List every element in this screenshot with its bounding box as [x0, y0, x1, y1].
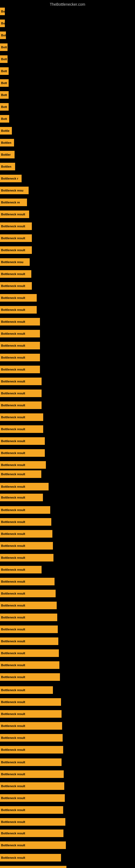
bar-label-1: Bo: [0, 20, 5, 27]
bar-label-40: Bottleneck result: [0, 483, 49, 490]
bar-row-48: Bottleneck result: [0, 578, 54, 585]
bar-row-47: Bottleneck result: [0, 566, 42, 574]
bar-label-8: Bott: [0, 103, 9, 111]
bar-row-19: Bottleneck result: [0, 235, 32, 242]
bar-row-71: Bottleneck result: [0, 854, 61, 862]
bar-row-12: Bottler: [0, 151, 14, 158]
bar-label-24: Bottleneck result: [0, 294, 37, 302]
bar-row-14: Bottleneck r: [0, 175, 21, 182]
bar-row-34: Bottleneck result: [0, 413, 43, 421]
bar-row-1: Bo: [0, 20, 5, 27]
bar-label-69: Bottleneck result: [0, 830, 63, 837]
bar-label-14: Bottleneck r: [0, 175, 21, 182]
bar-label-0: Bo: [0, 8, 5, 15]
bar-row-31: Bottleneck result: [0, 378, 42, 385]
bar-label-44: Bottleneck result: [0, 530, 52, 538]
bar-row-29: Bottleneck result: [0, 354, 40, 361]
bar-row-68: Bottleneck result: [0, 818, 65, 826]
bar-row-69: Bottleneck result: [0, 830, 63, 837]
bar-label-26: Bottleneck result: [0, 318, 40, 326]
bar-label-21: Bottleneck resu: [0, 258, 30, 266]
bar-label-28: Bottleneck result: [0, 342, 40, 349]
bar-row-52: Bottleneck result: [0, 625, 58, 633]
bar-row-51: Bottleneck result: [0, 614, 57, 621]
bar-row-66: Bottleneck result: [0, 794, 65, 802]
bar-label-46: Bottleneck result: [0, 554, 53, 561]
bar-label-54: Bottleneck result: [0, 649, 59, 657]
bar-label-65: Bottleneck result: [0, 782, 64, 790]
bar-row-15: Bottleneck resu: [0, 187, 29, 194]
bar-row-54: Bottleneck result: [0, 649, 59, 657]
bar-label-22: Bottleneck result: [0, 270, 31, 278]
bar-label-56: Bottleneck result: [0, 673, 60, 681]
bar-label-2: Bot: [0, 31, 6, 39]
bar-label-7: Bott: [0, 91, 9, 99]
bar-label-15: Bottleneck resu: [0, 187, 29, 194]
bar-row-35: Bottleneck result: [0, 425, 43, 433]
bar-row-56: Bottleneck result: [0, 673, 60, 681]
bar-label-36: Bottleneck result: [0, 437, 45, 445]
bar-label-23: Bottleneck result: [0, 282, 32, 290]
bar-row-61: Bottleneck result: [0, 734, 63, 742]
bar-label-61: Bottleneck result: [0, 734, 63, 742]
bar-row-63: Bottleneck result: [0, 758, 61, 766]
bar-row-64: Bottleneck result: [0, 770, 64, 778]
bar-label-57: Bottleneck result: [0, 686, 53, 694]
bar-row-43: Bottleneck result: [0, 518, 51, 526]
bar-row-6: Bott: [0, 79, 9, 87]
bar-label-60: Bottleneck result: [0, 722, 62, 730]
bar-label-53: Bottleneck result: [0, 638, 58, 645]
bar-row-21: Bottleneck resu: [0, 258, 30, 266]
bar-row-10: Bottle: [0, 127, 12, 134]
bar-row-42: Bottleneck result: [0, 506, 50, 514]
bar-row-2: Bot: [0, 31, 6, 39]
bar-row-30: Bottleneck result: [0, 366, 40, 373]
bar-label-13: Bottlen: [0, 163, 15, 170]
bar-label-20: Bottleneck result: [0, 246, 32, 254]
bar-label-66: Bottleneck result: [0, 794, 65, 802]
bar-label-47: Bottleneck result: [0, 566, 42, 574]
bar-label-32: Bottleneck result: [0, 390, 42, 397]
bar-row-9: Bott: [0, 115, 9, 123]
bar-row-27: Bottleneck result: [0, 330, 40, 337]
bar-label-19: Bottleneck result: [0, 235, 32, 242]
bar-row-45: Bottleneck result: [0, 542, 53, 550]
bar-row-40: Bottleneck result: [0, 483, 49, 490]
bar-label-49: Bottleneck result: [0, 590, 56, 597]
bar-label-34: Bottleneck result: [0, 413, 43, 421]
bar-label-64: Bottleneck result: [0, 770, 64, 778]
bar-label-12: Bottler: [0, 151, 14, 158]
bar-row-55: Bottleneck result: [0, 661, 59, 669]
bar-label-16: Bottleneck re: [0, 198, 27, 206]
bar-row-62: Bottleneck result: [0, 746, 63, 753]
bar-row-58: Bottleneck result: [0, 698, 61, 706]
bar-label-33: Bottleneck result: [0, 401, 42, 409]
bar-label-11: Bottlen: [0, 139, 14, 147]
bar-label-4: Bott: [0, 55, 8, 63]
bar-row-65: Bottleneck result: [0, 782, 64, 790]
bar-label-62: Bottleneck result: [0, 746, 63, 753]
bar-row-67: Bottleneck result: [0, 806, 63, 814]
site-title: TheBottlenecker.com: [0, 0, 135, 8]
bar-label-45: Bottleneck result: [0, 542, 53, 550]
bar-row-13: Bottlen: [0, 163, 15, 170]
bar-label-3: Bott: [0, 43, 8, 51]
bar-label-63: Bottleneck result: [0, 758, 61, 766]
bar-row-5: Bott: [0, 67, 9, 75]
bar-label-29: Bottleneck result: [0, 354, 40, 361]
bar-label-39: Bottleneck result: [0, 470, 41, 478]
bar-label-38: Bottleneck result: [0, 461, 46, 469]
bar-row-46: Bottleneck result: [0, 554, 53, 561]
bar-row-38: Bottleneck result: [0, 461, 46, 469]
bar-label-18: Bottleneck result: [0, 222, 32, 230]
bar-label-58: Bottleneck result: [0, 698, 61, 706]
bar-label-25: Bottleneck result: [0, 306, 37, 314]
bar-label-71: Bottleneck result: [0, 854, 61, 862]
bar-row-36: Bottleneck result: [0, 437, 45, 445]
bar-label-35: Bottleneck result: [0, 425, 43, 433]
bar-row-17: Bottleneck result: [0, 211, 29, 218]
bar-row-0: Bo: [0, 8, 5, 15]
bar-label-17: Bottleneck result: [0, 211, 29, 218]
bar-row-25: Bottleneck result: [0, 306, 37, 314]
bar-row-18: Bottleneck result: [0, 222, 32, 230]
